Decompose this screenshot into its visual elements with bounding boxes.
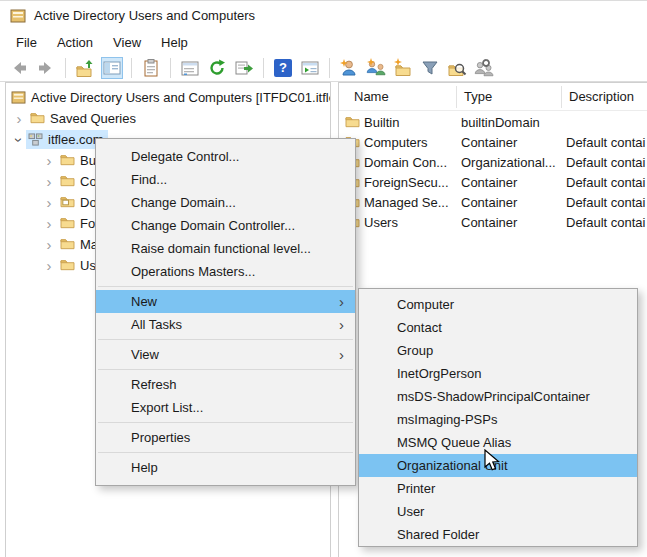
up-one-level-icon[interactable]	[74, 57, 96, 79]
submenu-item-msds-shadowprincipalcontainer[interactable]: msDS-ShadowPrincipalContainer	[359, 385, 637, 408]
cell-type: Container	[461, 135, 517, 150]
new-group-icon[interactable]	[365, 57, 387, 79]
cell-name: ForeignSecu...	[364, 175, 449, 190]
collapse-chevron-icon[interactable]: ›	[12, 133, 26, 147]
help-icon[interactable]: ?	[272, 57, 294, 79]
list-row-users[interactable]: Users Container Default contai	[339, 213, 647, 233]
submenu-chevron-icon: ›	[339, 313, 344, 336]
menu-help[interactable]: Help	[151, 32, 198, 53]
cell-type: Organizational...	[461, 155, 556, 170]
refresh-icon[interactable]	[206, 57, 228, 79]
security-group-icon[interactable]	[473, 57, 495, 79]
column-header-name[interactable]: Name	[354, 89, 389, 104]
menu-item-label: New	[131, 294, 157, 309]
list-row-computers[interactable]: Computers Container Default contai	[339, 133, 647, 153]
help-window-icon[interactable]	[299, 57, 321, 79]
menu-item-properties[interactable]: Properties	[96, 426, 355, 449]
expand-chevron-icon[interactable]: ›	[42, 175, 56, 189]
tree-root-label: Active Directory Users and Computers [IT…	[31, 90, 331, 105]
back-icon[interactable]	[8, 57, 30, 79]
new-ou-icon[interactable]	[392, 57, 414, 79]
menu-item-operations-masters[interactable]: Operations Masters...	[96, 260, 355, 283]
toolbar-separator	[263, 58, 264, 78]
list-row-domain-controllers[interactable]: Domain Con... Organizational... Default …	[339, 153, 647, 173]
column-divider[interactable]	[561, 86, 562, 108]
expand-chevron-icon[interactable]: ›	[12, 112, 26, 126]
menu-item-change-domain-controller[interactable]: Change Domain Controller...	[96, 214, 355, 237]
submenu-chevron-icon: ›	[339, 343, 344, 366]
cell-description: Default contai	[566, 175, 646, 190]
submenu-item-printer[interactable]: Printer	[359, 477, 637, 500]
menu-item-refresh[interactable]: Refresh	[96, 373, 355, 396]
cell-description: Default contai	[566, 135, 646, 150]
toolbar: ?	[0, 54, 647, 82]
properties-icon[interactable]	[179, 57, 201, 79]
column-header-description[interactable]: Description	[569, 89, 634, 104]
cell-type: Container	[461, 175, 517, 190]
menu-item-label: All Tasks	[131, 317, 182, 332]
menu-separator	[96, 449, 355, 456]
menu-view[interactable]: View	[103, 32, 151, 53]
window-title: Active Directory Users and Computers	[34, 8, 255, 23]
menu-item-export-list[interactable]: Export List...	[96, 396, 355, 419]
submenu-item-group[interactable]: Group	[359, 339, 637, 362]
cell-description: Default contai	[566, 215, 646, 230]
menu-item-help[interactable]: Help	[96, 456, 355, 479]
expand-chevron-icon[interactable]: ›	[42, 259, 56, 273]
submenu-item-computer[interactable]: Computer	[359, 293, 637, 316]
new-submenu: Computer Contact Group InetOrgPerson msD…	[358, 288, 638, 547]
menu-item-change-domain[interactable]: Change Domain...	[96, 191, 355, 214]
forward-icon[interactable]	[35, 57, 57, 79]
cell-type: builtinDomain	[461, 115, 540, 130]
export-list-icon[interactable]	[233, 57, 255, 79]
menu-item-view[interactable]: View ›	[96, 343, 355, 366]
cell-name: Builtin	[364, 115, 399, 130]
expand-chevron-icon[interactable]: ›	[42, 217, 56, 231]
menu-bar: File Action View Help	[0, 30, 647, 54]
menu-item-all-tasks[interactable]: All Tasks ›	[96, 313, 355, 336]
menu-item-delegate-control[interactable]: Delegate Control...	[96, 145, 355, 168]
cell-type: Container	[461, 195, 517, 210]
menu-separator	[96, 283, 355, 290]
tree-item-label: Saved Queries	[50, 111, 136, 126]
new-user-icon[interactable]	[338, 57, 360, 79]
expand-chevron-icon[interactable]: ›	[42, 154, 56, 168]
tree-item-saved-queries[interactable]: › Saved Queries	[6, 108, 331, 129]
cell-name: Computers	[364, 135, 428, 150]
expand-chevron-icon[interactable]: ›	[42, 238, 56, 252]
menu-separator	[96, 366, 355, 373]
filter-icon[interactable]	[419, 57, 441, 79]
submenu-item-user[interactable]: User	[359, 500, 637, 523]
menu-separator	[96, 336, 355, 343]
menu-item-label: View	[131, 347, 159, 362]
menu-action[interactable]: Action	[47, 32, 103, 53]
list-row-managed-service-accounts[interactable]: Managed Se... Container Default contai	[339, 193, 647, 213]
column-divider[interactable]	[456, 86, 457, 108]
list-row-foreignsecurityprincipals[interactable]: ForeignSecu... Container Default contai	[339, 173, 647, 193]
submenu-item-inetorgperson[interactable]: InetOrgPerson	[359, 362, 637, 385]
submenu-item-msimaging-psps[interactable]: msImaging-PSPs	[359, 408, 637, 431]
cell-description: Default contai	[566, 155, 646, 170]
column-header-type[interactable]: Type	[464, 89, 492, 104]
context-menu: Delegate Control... Find... Change Domai…	[95, 138, 356, 486]
show-console-tree-icon[interactable]	[101, 57, 123, 79]
list-row-builtin[interactable]: Builtin builtinDomain	[339, 113, 647, 133]
clipboard-icon[interactable]	[140, 57, 162, 79]
menu-item-find[interactable]: Find...	[96, 168, 355, 191]
cell-name: Managed Se...	[364, 195, 449, 210]
tree-root-item[interactable]: Active Directory Users and Computers [IT…	[6, 87, 331, 108]
submenu-item-contact[interactable]: Contact	[359, 316, 637, 339]
cell-type: Container	[461, 215, 517, 230]
title-bar: Active Directory Users and Computers	[0, 0, 647, 30]
aduc-window: Active Directory Users and Computers Fil…	[0, 0, 647, 557]
toolbar-separator	[65, 58, 66, 78]
cell-description: Default contai	[566, 195, 646, 210]
submenu-item-shared-folder[interactable]: Shared Folder	[359, 523, 637, 546]
menu-file[interactable]: File	[6, 32, 47, 53]
menu-separator	[96, 419, 355, 426]
domain-icon	[28, 133, 43, 146]
find-icon[interactable]	[446, 57, 468, 79]
menu-item-new[interactable]: New ›	[96, 290, 355, 313]
menu-item-raise-domain-functional-level[interactable]: Raise domain functional level...	[96, 237, 355, 260]
expand-chevron-icon[interactable]: ›	[42, 196, 56, 210]
